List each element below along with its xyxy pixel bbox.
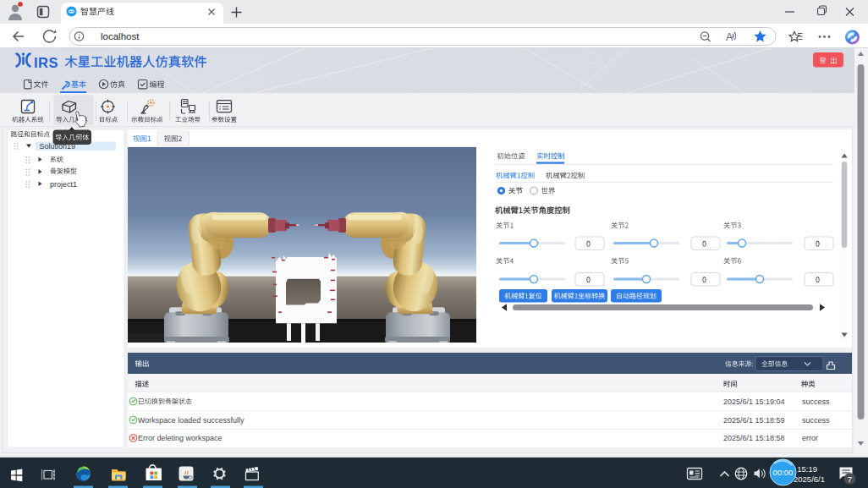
svg-text:00:00: 00:00 — [773, 468, 794, 477]
svg-text:Workspace loaded successfully: Workspace loaded successfully — [138, 416, 244, 425]
svg-text:2025/6/1 15:19:04: 2025/6/1 15:19:04 — [723, 398, 785, 406]
svg-text:2025/6/1 15:18:58: 2025/6/1 15:18:58 — [723, 434, 785, 442]
svg-text:A: A — [726, 31, 733, 43]
svg-text:localhost: localhost — [101, 31, 140, 41]
svg-text:error: error — [802, 434, 818, 442]
svg-text:project1: project1 — [50, 180, 77, 189]
svg-text:IRS: IRS — [34, 55, 58, 70]
svg-text:15:19: 15:19 — [797, 464, 817, 474]
svg-text:success: success — [802, 398, 830, 406]
svg-text:Error deleting workspace: Error deleting workspace — [138, 434, 222, 442]
svg-text:7: 7 — [848, 474, 852, 484]
svg-text:2025/6/1: 2025/6/1 — [794, 474, 825, 484]
svg-text:2025/6/1 15:18:59: 2025/6/1 15:18:59 — [723, 416, 785, 425]
svg-text:success: success — [802, 416, 830, 425]
